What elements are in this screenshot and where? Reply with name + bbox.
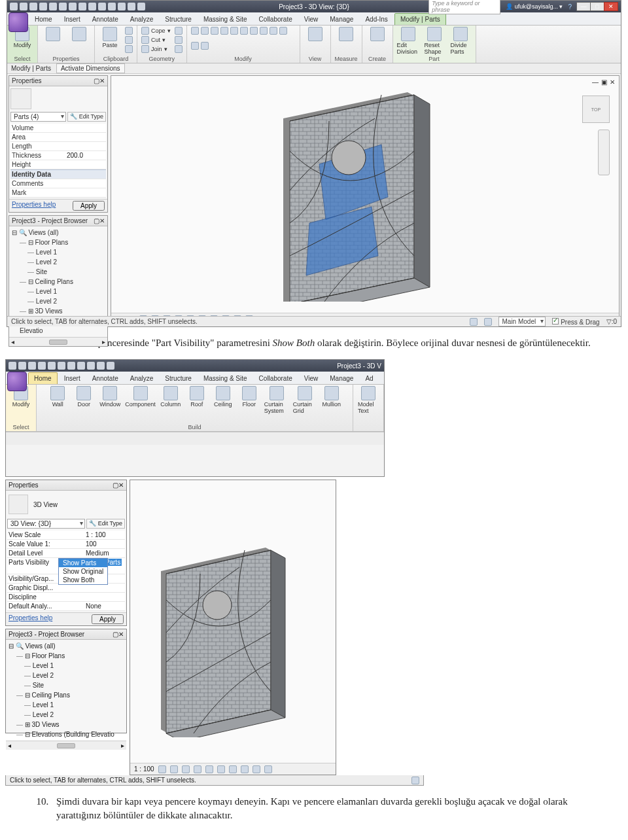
prop-detail-value[interactable]: Medium <box>86 550 124 557</box>
rendering-icon[interactable] <box>205 765 213 773</box>
modify-tool[interactable] <box>220 27 228 35</box>
create-tool[interactable] <box>366 27 389 41</box>
tab-view[interactable]: View <box>299 373 324 384</box>
qat-thin-icon[interactable] <box>87 362 95 370</box>
prop-mark-value[interactable] <box>67 189 105 196</box>
modify-tool[interactable] <box>279 27 287 35</box>
qat-close-icon[interactable] <box>128 3 135 10</box>
palette-close-icon[interactable]: ▢✕ <box>94 77 105 84</box>
app-menu-button[interactable] <box>7 372 27 391</box>
tab-view[interactable]: View <box>299 14 324 25</box>
measure-tool[interactable] <box>335 27 357 41</box>
qat-measure-icon[interactable] <box>59 3 67 10</box>
modify-tool[interactable] <box>250 27 258 35</box>
mullion-button[interactable]: Mullion <box>321 386 343 408</box>
apply-button[interactable]: Apply <box>92 614 124 624</box>
tab-analyze[interactable]: Analyze <box>125 14 159 25</box>
crop-region-icon[interactable] <box>229 765 237 773</box>
palette-close-icon[interactable]: ▢✕ <box>113 631 124 638</box>
partsvis-dropdown-list[interactable]: Show Parts Show Original Show Both <box>58 558 108 585</box>
sun-path-icon[interactable] <box>182 765 190 773</box>
qat-print-icon[interactable] <box>49 3 57 10</box>
tab-manage[interactable]: Manage <box>324 373 358 384</box>
detail-level-icon[interactable] <box>158 765 166 773</box>
cope-button[interactable]: Cope ▾ <box>141 27 171 35</box>
modify-tool[interactable] <box>270 27 277 35</box>
modify-tool[interactable] <box>191 42 199 50</box>
app-menu-button[interactable] <box>9 12 28 32</box>
qat-text-icon[interactable] <box>78 3 86 10</box>
tab-insert[interactable]: Insert <box>59 14 86 25</box>
browser-tree[interactable]: ⊟ 🔍 Views (all) ⊟ Floor Plans Level 1Lev… <box>6 640 126 741</box>
paste-button[interactable]: Paste <box>99 27 121 48</box>
tab-structure[interactable]: Structure <box>160 373 197 384</box>
tab-annotate[interactable]: Annotate <box>87 14 124 25</box>
signed-in-user[interactable]: 👤 ufuk@sayisalg... ▾ <box>506 3 563 10</box>
shadows-icon[interactable] <box>194 765 201 773</box>
modify-tool[interactable] <box>240 27 248 35</box>
type-properties-button[interactable] <box>68 27 90 41</box>
copy-clipboard-button[interactable] <box>125 36 133 44</box>
visual-style-icon[interactable] <box>170 765 178 773</box>
reset-shape-button[interactable]: Reset Shape <box>423 27 445 55</box>
palette-close-icon[interactable]: ▢✕ <box>113 481 124 489</box>
wall-button[interactable]: Wall <box>46 386 69 408</box>
activate-dimensions-button[interactable]: Activate Dimensions <box>56 63 125 73</box>
edit-type-button[interactable]: 🔧 Edit Type <box>86 519 125 529</box>
curtain-grid-button[interactable]: Curtain Grid <box>293 386 317 414</box>
curtain-system-button[interactable]: Curtain System <box>264 386 289 414</box>
column-button[interactable]: Column <box>160 386 182 408</box>
horizontal-scrollbar[interactable]: ◂▸ <box>9 337 107 346</box>
navigation-bar[interactable] <box>598 130 610 175</box>
modify-tool[interactable] <box>201 42 209 50</box>
view-restore-icon[interactable]: ▣ <box>601 79 607 86</box>
window-button[interactable]: Window <box>99 386 121 408</box>
qat-tag-icon[interactable] <box>77 362 85 370</box>
horizontal-scrollbar[interactable]: ◂▸ <box>6 741 126 750</box>
prop-thickness-value[interactable]: 200.0 <box>67 152 105 159</box>
tab-home[interactable]: Home <box>29 14 58 25</box>
geom-tool-3[interactable] <box>175 45 183 53</box>
geom-tool-2[interactable] <box>175 36 183 44</box>
tab-modify-parts[interactable]: Modify | Parts <box>394 13 446 25</box>
divide-parts-button[interactable]: Divide Parts <box>449 27 472 55</box>
properties-help-link[interactable]: Properties help <box>9 614 52 624</box>
tab-home[interactable]: Home <box>28 372 58 384</box>
roof-button[interactable]: Roof <box>186 386 208 408</box>
tab-analyze[interactable]: Analyze <box>125 373 159 384</box>
reveal-hidden-icon[interactable] <box>264 765 272 773</box>
workset-icon[interactable] <box>411 777 419 784</box>
tab-addins[interactable]: Add-Ins <box>360 14 392 25</box>
ceiling-button[interactable]: Ceiling <box>212 386 234 408</box>
qat-open-icon[interactable] <box>10 3 18 10</box>
workset-icon[interactable] <box>470 318 478 326</box>
tab-addins[interactable]: Ad <box>360 373 378 384</box>
cut-geom-button[interactable]: Cut ▾ <box>141 36 171 44</box>
scale-control[interactable]: 1 : 100 <box>134 765 154 773</box>
design-options-icon[interactable] <box>484 318 492 326</box>
qat-dim-icon[interactable] <box>67 362 75 370</box>
minimize-button[interactable]: — <box>576 2 591 11</box>
qat-align-icon[interactable] <box>69 3 77 10</box>
qat-tag-icon[interactable] <box>98 3 106 10</box>
floor-button[interactable]: Floor <box>238 386 260 408</box>
crop-view-icon[interactable] <box>217 765 225 773</box>
press-drag-checkbox[interactable] <box>552 318 559 324</box>
tab-structure[interactable]: Structure <box>160 14 197 25</box>
qat-save-icon[interactable] <box>20 3 27 10</box>
tab-massing[interactable]: Massing & Site <box>198 373 253 384</box>
qat-save-icon[interactable] <box>18 362 26 370</box>
prop-defaultanaly-value[interactable]: None <box>86 603 124 610</box>
join-button[interactable]: Join ▾ <box>141 45 171 53</box>
qat-redo-icon[interactable] <box>38 362 46 370</box>
qat-close-icon[interactable] <box>107 362 114 370</box>
geom-tool-1[interactable] <box>175 27 183 35</box>
qat-section-icon[interactable] <box>97 362 105 370</box>
modify-tool[interactable] <box>230 27 238 35</box>
3d-view-canvas-2[interactable]: 1 : 100 <box>130 480 336 775</box>
prop-comments-value[interactable] <box>67 180 105 187</box>
filter-icon[interactable]: ▽:0 <box>606 318 617 325</box>
viewcube[interactable]: TOP <box>582 96 610 123</box>
3d-view-canvas[interactable]: — ▣ ✕ TOP 1 : 100 <box>111 75 619 325</box>
type-selector[interactable]: Parts (4) <box>10 112 66 122</box>
